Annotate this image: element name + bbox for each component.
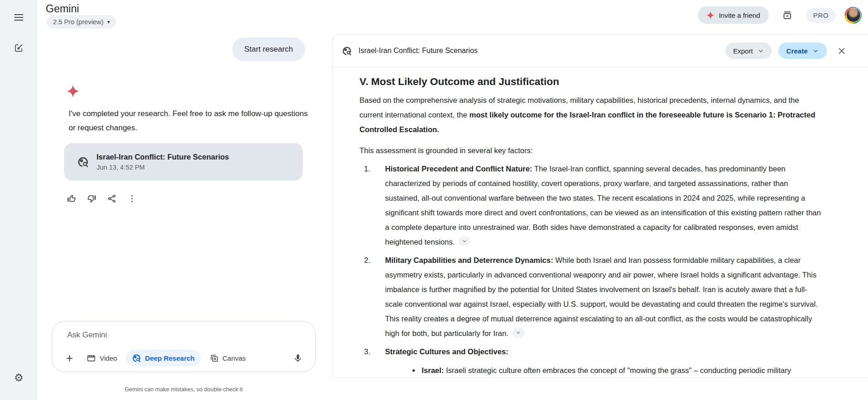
deep-research-label: Deep Research xyxy=(145,354,194,362)
more-options-button[interactable] xyxy=(123,190,140,207)
report-card-title: Israel-Iran Conflict: Future Scenarios xyxy=(96,153,229,161)
list-item: 3.Strategic Cultures and Objectives: Isr… xyxy=(364,344,822,378)
doc-paragraph: This assessment is grounded in several k… xyxy=(359,143,822,158)
prompt-input[interactable]: Ask Gemini + Video Deep Research xyxy=(52,321,316,372)
deep-research-icon xyxy=(77,156,89,168)
video-icon xyxy=(86,353,96,363)
app-title: Gemini xyxy=(46,3,79,15)
assistant-message: I've completed your research. Feel free … xyxy=(69,107,312,135)
thumbs-up-icon xyxy=(67,194,76,203)
list-number: 3. xyxy=(364,344,370,359)
pro-badge: PRO xyxy=(806,8,836,23)
header-actions: Invite a friend PRO xyxy=(698,5,862,25)
chevron-down-icon xyxy=(461,238,467,244)
microphone-button[interactable] xyxy=(289,350,306,366)
create-label: Create xyxy=(786,47,808,55)
list-number: 1. xyxy=(364,161,370,176)
deep-research-icon xyxy=(342,46,352,56)
pro-label: PRO xyxy=(813,11,829,19)
print-button[interactable] xyxy=(778,5,797,25)
report-document: V. Most Likely Outcome and Justification… xyxy=(332,67,868,378)
disclaimer-text: Gemini can make mistakes, so double-chec… xyxy=(52,386,316,393)
list-item-title: Historical Precedent and Conflict Nature… xyxy=(385,165,532,173)
expand-sources-button[interactable] xyxy=(458,236,471,246)
chevron-down-icon: ▾ xyxy=(107,19,110,25)
chevron-down-icon xyxy=(515,330,521,336)
export-button[interactable]: Export xyxy=(725,43,772,59)
thumbs-down-button[interactable] xyxy=(83,190,100,207)
list-item: 1.Historical Precedent and Conflict Natu… xyxy=(364,161,822,249)
list-item-body: The Israel-Iran conflict, spanning sever… xyxy=(385,165,821,246)
deep-research-icon xyxy=(132,353,141,363)
hamburger-icon xyxy=(14,12,23,22)
user-message-bubble: Start research xyxy=(232,37,305,61)
new-chat-icon xyxy=(14,43,24,53)
close-icon xyxy=(837,47,846,55)
canvas-icon xyxy=(209,353,219,363)
sidebar: ⚙ xyxy=(0,0,38,400)
nested-bullet-item: Israel: Israeli strategic culture often … xyxy=(411,363,822,378)
chevron-down-icon xyxy=(757,48,764,54)
report-card[interactable]: Israel-Iran Conflict: Future Scenarios J… xyxy=(64,143,303,181)
sparkle-icon xyxy=(707,11,714,19)
invite-a-friend-button[interactable]: Invite a friend xyxy=(698,6,769,24)
doc-paragraph: Based on the comprehensive analysis of s… xyxy=(359,93,822,137)
new-chat-button[interactable] xyxy=(9,38,28,58)
share-button[interactable] xyxy=(103,190,120,207)
mic-icon xyxy=(293,353,303,363)
account-avatar[interactable] xyxy=(845,7,862,24)
video-tool-chip[interactable]: Video xyxy=(80,350,123,366)
panel-title: Israel-Iran Conflict: Future Scenarios xyxy=(359,47,478,55)
list-item-body: While both Israel and Iran possess formi… xyxy=(385,256,818,337)
thumbs-up-button[interactable] xyxy=(63,190,80,207)
bullet-text: Israeli strategic culture often embraces… xyxy=(444,366,791,374)
more-vert-icon xyxy=(127,194,137,203)
canvas-label: Canvas xyxy=(223,354,246,362)
input-toolbar: + Video Deep Research Canv xyxy=(61,350,306,366)
bullet-label: Israel: xyxy=(422,366,444,374)
video-label: Video xyxy=(100,354,117,362)
create-button[interactable]: Create xyxy=(778,43,827,59)
add-attachment-button[interactable]: + xyxy=(61,350,78,366)
gemini-sparkle-icon xyxy=(67,85,79,97)
share-icon xyxy=(107,194,117,203)
print-icon xyxy=(782,10,793,21)
deep-research-tool-chip[interactable]: Deep Research xyxy=(126,350,200,366)
panel-header: Israel-Iran Conflict: Future Scenarios E… xyxy=(332,35,868,67)
message-actions xyxy=(63,190,140,207)
research-report-panel: Israel-Iran Conflict: Future Scenarios E… xyxy=(332,34,868,378)
doc-heading: V. Most Likely Outcome and Justification xyxy=(359,75,822,88)
settings-button[interactable]: ⚙ xyxy=(9,368,28,387)
list-item-title: Military Capabilities and Deterrence Dyn… xyxy=(385,256,553,264)
list-item: 2.Military Capabilities and Deterrence D… xyxy=(364,253,822,341)
doc-numbered-list: 1.Historical Precedent and Conflict Natu… xyxy=(359,161,822,378)
plus-icon: + xyxy=(66,351,73,365)
expand-sources-button[interactable] xyxy=(512,328,525,337)
gear-icon: ⚙ xyxy=(14,372,24,384)
chevron-down-icon xyxy=(812,48,819,54)
canvas-tool-chip[interactable]: Canvas xyxy=(204,350,252,366)
list-item-title: Strategic Cultures and Objectives: xyxy=(385,347,509,356)
report-card-timestamp: Jun 13, 4:52 PM xyxy=(96,164,229,171)
prompt-placeholder: Ask Gemini xyxy=(67,331,107,340)
main-menu-button[interactable] xyxy=(9,8,28,27)
invite-label: Invite a friend xyxy=(719,11,760,19)
report-card-text: Israel-Iran Conflict: Future Scenarios J… xyxy=(96,153,229,171)
list-number: 2. xyxy=(364,253,370,267)
model-selector[interactable]: 2.5 Pro (preview) ▾ xyxy=(47,15,116,29)
export-label: Export xyxy=(733,47,753,55)
close-panel-button[interactable] xyxy=(833,43,850,59)
avatar-photo xyxy=(846,8,861,22)
model-label: 2.5 Pro (preview) xyxy=(53,18,103,26)
thumbs-down-icon xyxy=(87,194,96,203)
